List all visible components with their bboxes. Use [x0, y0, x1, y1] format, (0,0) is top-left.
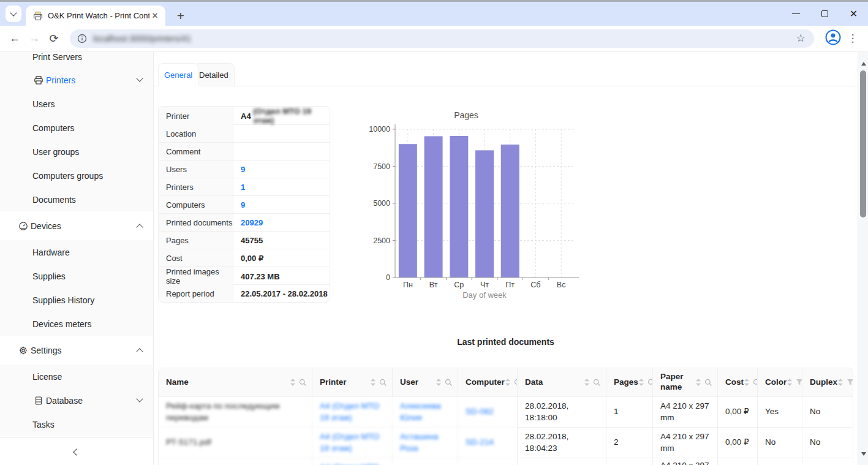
- sidebar-item-tasks[interactable]: Tasks: [0, 412, 153, 436]
- column-header-paper-name[interactable]: Paper name: [652, 368, 717, 397]
- forward-button[interactable]: →: [25, 29, 44, 48]
- tab-close-button[interactable]: ✕: [149, 10, 160, 21]
- documents-section-title: Last printed documents: [158, 337, 853, 347]
- sort-icon[interactable]: [695, 378, 701, 387]
- star-icon: ☆: [796, 32, 805, 44]
- search-icon[interactable]: [299, 379, 307, 387]
- tab-strip: O&K Print Watch - Print Control ✕ + ✕: [0, 2, 868, 26]
- sidebar-item-supplies-history[interactable]: Supplies History: [0, 288, 153, 312]
- back-button[interactable]: ←: [5, 29, 25, 48]
- svg-text:5000: 5000: [373, 199, 390, 208]
- column-header-cost[interactable]: Cost: [717, 368, 757, 397]
- cell-computer-link[interactable]: SD-082: [458, 397, 517, 428]
- sidebar-item-supplies[interactable]: Supplies: [0, 264, 153, 288]
- cell-user-link[interactable]: Асташина Роза: [392, 428, 458, 458]
- sidebar-item-documents[interactable]: Documents: [0, 187, 153, 211]
- sidebar-item-users[interactable]: Users: [0, 92, 153, 116]
- search-icon[interactable]: [704, 379, 712, 387]
- browser-menu-button[interactable]: ⋮: [843, 29, 862, 48]
- triangle-down-icon: [861, 452, 866, 465]
- sidebar-item-devices[interactable]: Devices: [0, 214, 153, 238]
- sort-icon[interactable]: [505, 378, 511, 387]
- page-scrollbar[interactable]: [858, 52, 868, 465]
- bookmark-star-button[interactable]: ☆: [793, 31, 808, 46]
- column-header-user[interactable]: User: [392, 368, 458, 397]
- cell-user-link[interactable]: [392, 458, 458, 465]
- column-header-name[interactable]: Name: [159, 368, 312, 397]
- back-icon: ←: [9, 32, 20, 44]
- sort-icon[interactable]: [744, 378, 750, 387]
- documents-header-row: Name Printer User Computer: [159, 368, 853, 397]
- sort-icon[interactable]: [787, 378, 793, 387]
- address-bar[interactable]: localhost:3000/printers/41 ☆: [70, 29, 814, 48]
- database-icon: [34, 396, 43, 406]
- minimize-button[interactable]: [782, 2, 810, 26]
- property-label: Printers: [159, 178, 233, 195]
- sort-icon[interactable]: [584, 378, 590, 387]
- printed-documents-link[interactable]: 20929: [233, 214, 330, 231]
- browser-toolbar: ← → ⟳ localhost:3000/printers/41 ☆: [0, 26, 868, 51]
- maximize-button[interactable]: [810, 2, 839, 26]
- search-icon[interactable]: [593, 379, 601, 387]
- sidebar-item-license[interactable]: License: [0, 365, 153, 388]
- sidebar-item-devices-meters[interactable]: Devices meters: [0, 312, 153, 336]
- sort-icon[interactable]: [638, 378, 644, 387]
- users-count-link[interactable]: 9: [233, 161, 330, 178]
- property-row-comment: Comment: [159, 142, 330, 160]
- kebab-menu-icon: ⋮: [848, 32, 858, 44]
- column-header-printer[interactable]: Printer: [312, 368, 392, 397]
- scrollbar-down-button[interactable]: [858, 455, 868, 465]
- sort-icon[interactable]: [436, 378, 442, 387]
- sidebar-item-hardware[interactable]: Hardware: [0, 240, 153, 264]
- tab-detailed[interactable]: Detailed: [193, 63, 235, 86]
- sort-icon[interactable]: [370, 378, 376, 387]
- search-icon[interactable]: [379, 379, 387, 387]
- cell-color: [757, 458, 802, 465]
- column-header-color[interactable]: Color: [757, 368, 802, 397]
- sidebar-item-user-groups[interactable]: User groups: [0, 140, 153, 164]
- column-header-pages[interactable]: Pages: [606, 368, 652, 397]
- chevron-down-icon: [136, 75, 143, 81]
- sidebar-item-label: Computers: [32, 123, 74, 133]
- property-row-location: Location: [159, 124, 330, 142]
- sidebar-item-computers-groups[interactable]: Computers groups: [0, 164, 153, 187]
- browser-tab[interactable]: O&K Print Watch - Print Control ✕: [26, 6, 165, 26]
- close-button[interactable]: ✕: [839, 2, 868, 26]
- property-label: Users: [159, 161, 233, 178]
- scrollbar-thumb[interactable]: [860, 70, 866, 217]
- sidebar-item-printers[interactable]: Printers: [0, 68, 153, 92]
- property-value: A4 (Отдел МТО 19 этаж): [233, 107, 330, 125]
- cell-printer-link[interactable]: A4 (Отдел МТО 19 этаж): [312, 428, 392, 458]
- filter-icon[interactable]: [847, 379, 853, 386]
- sidebar-collapse-button[interactable]: [64, 442, 89, 461]
- sidebar-item-label: Documents: [32, 195, 76, 205]
- tab-general[interactable]: General: [158, 63, 198, 86]
- browser-window: O&K Print Watch - Print Control ✕ + ✕ ← …: [0, 0, 868, 465]
- cell-printer-link[interactable]: A4 (Отдел МТО 19 этаж): [312, 397, 392, 428]
- profile-button[interactable]: [823, 28, 843, 49]
- search-icon[interactable]: [445, 379, 453, 387]
- column-header-duplex[interactable]: Duplex: [802, 368, 853, 397]
- sidebar-item-label: Users: [32, 99, 55, 109]
- info-icon[interactable]: [77, 34, 87, 43]
- column-header-computer[interactable]: Computer: [458, 368, 517, 397]
- sort-icon[interactable]: [837, 378, 843, 387]
- reload-button[interactable]: ⟳: [44, 29, 64, 48]
- computers-count-link[interactable]: 9: [233, 196, 330, 213]
- reload-icon: ⟳: [49, 32, 58, 45]
- new-tab-button[interactable]: +: [173, 8, 189, 24]
- cell-printer-link[interactable]: A4 (Отдел МТО 19 этаж): [312, 458, 392, 465]
- printers-count-link[interactable]: 1: [233, 178, 330, 195]
- cell-user-link[interactable]: Алексеева Юлия: [392, 397, 458, 428]
- column-header-data[interactable]: Data: [517, 368, 606, 397]
- sidebar-item-print-servers[interactable]: Print Servers: [0, 52, 153, 69]
- sort-icon[interactable]: [290, 378, 296, 387]
- sidebar-item-settings[interactable]: Settings: [0, 338, 153, 362]
- scrollbar-up-button[interactable]: [858, 52, 868, 62]
- tab-search-button[interactable]: [6, 6, 21, 22]
- cell-computer-link[interactable]: SD-214: [458, 428, 517, 458]
- sidebar-item-computers[interactable]: Computers: [0, 116, 153, 140]
- sidebar-item-database[interactable]: Database: [0, 388, 153, 412]
- cell-computer-link[interactable]: [458, 458, 517, 465]
- table-row: Рейф-карта по последующим переводам A4 (…: [159, 397, 853, 428]
